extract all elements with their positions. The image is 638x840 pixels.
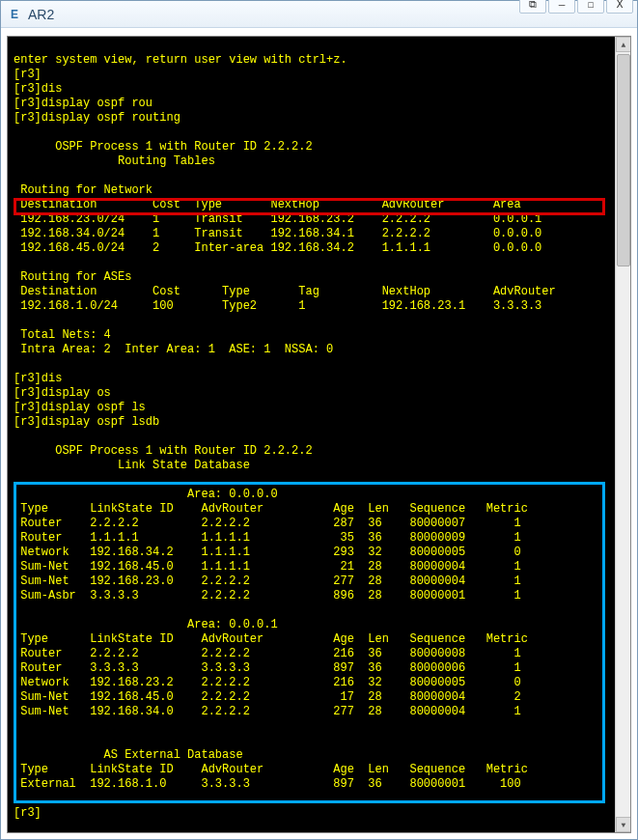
ospf-process-line: OSPF Process 1 with Router ID 2.2.2.2: [14, 444, 313, 458]
ospf-process-line: OSPF Process 1 with Router ID 2.2.2.2: [14, 140, 313, 154]
lsdb-row: Network 192.168.34.2 1.1.1.1 293 32 8000…: [14, 546, 521, 559]
popout-button[interactable]: ⧉: [519, 0, 546, 14]
lsdb-row: Router 2.2.2.2 2.2.2.2 216 36 80000008 1: [14, 647, 521, 660]
lsdb-row: Router 1.1.1.1 1.1.1.1 35 36 80000009 1: [14, 531, 521, 545]
lsdb-row: Sum-Net 192.168.34.0 2.2.2.2 277 28 8000…: [14, 705, 521, 718]
maximize-button[interactable]: ☐: [577, 0, 604, 14]
terminal[interactable]: enter system view, return user view with…: [7, 36, 631, 833]
lsdb-row: Router 2.2.2.2 2.2.2.2 287 36 80000007 1: [14, 517, 521, 530]
routing-network-header: Destination Cost Type NextHop AdvRouter …: [14, 198, 521, 211]
prompt-line: [r3]display ospf lsdb: [14, 415, 159, 429]
lsdb-row: Router 3.3.3.3 3.3.3.3 897 36 80000006 1: [14, 661, 521, 675]
prompt-line: [r3]dis: [14, 372, 62, 385]
prompt-line: [r3]display os: [14, 386, 111, 400]
lsdb-row: Sum-Net 192.168.45.0 1.1.1.1 21 28 80000…: [14, 560, 521, 574]
routing-ases-header: Destination Cost Type Tag NextHop AdvRou…: [14, 285, 556, 298]
window-buttons: ⧉ — ☐ X: [519, 0, 633, 14]
routing-ases-row: 192.168.1.0/24 100 Type2 1 192.168.23.1 …: [14, 299, 541, 313]
scroll-down-button[interactable]: ▼: [616, 817, 631, 832]
prompt-line: [r3]display ospf routing: [14, 111, 180, 125]
lsdb-row: Sum-Net 192.168.45.0 2.2.2.2 17 28 80000…: [14, 690, 521, 704]
lsdb-row: Sum-Net 192.168.23.0 2.2.2.2 277 28 8000…: [14, 574, 521, 588]
totals-line: Intra Area: 2 Inter Area: 1 ASE: 1 NSSA:…: [14, 343, 333, 356]
line-cutoff: enter system view, return user view with…: [14, 53, 347, 67]
prompt-line: [r3]display ospf rou: [14, 97, 153, 110]
routing-network-heading: Routing for Network: [14, 183, 153, 197]
prompt-line: [r3]display ospf ls: [14, 401, 146, 414]
prompt-line: [r3]: [14, 806, 42, 820]
lsdb-row: External 192.168.1.0 3.3.3.3 897 36 8000…: [14, 777, 521, 791]
lsdb-header: Type LinkState ID AdvRouter Age Len Sequ…: [14, 763, 528, 776]
close-button[interactable]: X: [606, 0, 633, 14]
routing-row: 192.168.34.0/24 1 Transit 192.168.34.1 2…: [14, 227, 541, 240]
prompt-line: [r3]dis: [14, 82, 62, 96]
scroll-thumb[interactable]: [617, 54, 630, 266]
area-heading: Area: 0.0.0.0: [14, 488, 278, 501]
app-icon: E: [7, 7, 22, 22]
lsdb-row: Sum-Asbr 3.3.3.3 2.2.2.2 896 28 80000001…: [14, 589, 521, 602]
routing-tables-heading: Routing Tables: [14, 154, 215, 168]
scrollbar[interactable]: ▲ ▼: [615, 37, 630, 832]
as-external-heading: AS External Database: [14, 748, 243, 762]
routing-row-highlighted: 192.168.45.0/24 2 Inter-area 192.168.34.…: [14, 241, 541, 255]
window-frame: E AR2 ⧉ — ☐ X enter system view, return …: [0, 0, 638, 840]
prompt-line: [r3]: [14, 68, 42, 81]
lsdb-header: Type LinkState ID AdvRouter Age Len Sequ…: [14, 632, 528, 646]
routing-ases-heading: Routing for ASEs: [14, 270, 131, 284]
area-heading: Area: 0.0.0.1: [14, 618, 278, 631]
lsdb-row: Network 192.168.23.2 2.2.2.2 216 32 8000…: [14, 676, 521, 689]
lsdb-header: Type LinkState ID AdvRouter Age Len Sequ…: [14, 502, 528, 516]
lsdb-heading: Link State Database: [14, 459, 250, 472]
minimize-button[interactable]: —: [548, 0, 575, 14]
scroll-up-button[interactable]: ▲: [616, 37, 631, 52]
titlebar[interactable]: E AR2 ⧉ — ☐ X: [1, 1, 637, 28]
routing-row: 192.168.23.0/24 1 Transit 192.168.23.2 2…: [14, 212, 541, 226]
app-icon-letter: E: [11, 8, 18, 21]
totals-line: Total Nets: 4: [14, 328, 111, 342]
